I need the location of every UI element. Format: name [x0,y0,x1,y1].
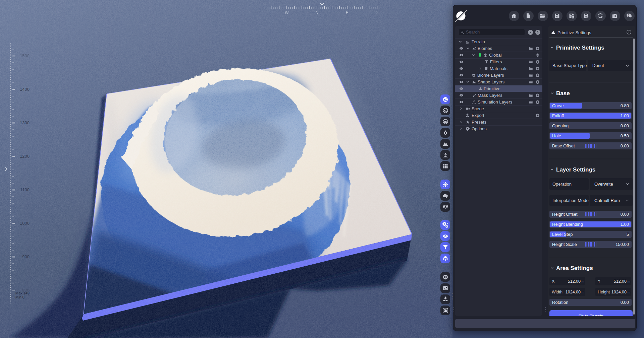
svg-text:900: 900 [22,254,30,259]
svg-text:1100: 1100 [20,187,30,192]
svg-text:1400: 1400 [20,87,30,92]
svg-text:N: N [316,10,319,15]
svg-text:1200: 1200 [20,154,30,159]
svg-text:S: S [376,10,379,15]
svg-text:?: ? [628,14,629,16]
svg-text:1500: 1500 [20,53,30,58]
svg-text:Max 149: Max 149 [15,291,30,295]
svg-text:1300: 1300 [20,120,30,125]
svg-text:W: W [285,10,289,15]
svg-text:Min 0: Min 0 [15,295,24,299]
svg-text:1000: 1000 [20,221,30,226]
svg-text:E: E [346,10,348,15]
